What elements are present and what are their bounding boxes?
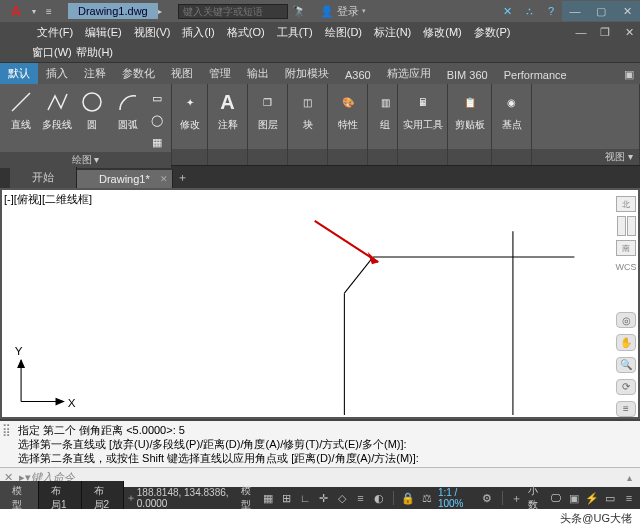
drawing-canvas[interactable]: [-][俯视][二维线框] X Y 北	[0, 188, 640, 419]
panel-util-label[interactable]	[398, 149, 447, 165]
menu-window[interactable]: 窗口(W)	[32, 45, 72, 60]
exchange-icon[interactable]: ✕	[496, 1, 518, 21]
monitor-icon[interactable]: 🖵	[548, 489, 562, 507]
viewcube-east[interactable]	[627, 216, 636, 236]
cleanscreen-icon[interactable]: ▭	[603, 489, 617, 507]
panel-block-label[interactable]	[288, 149, 327, 165]
tool-line[interactable]: 直线	[4, 88, 38, 132]
panel-base-label[interactable]	[492, 149, 531, 165]
doctab-drawing1[interactable]: Drawing1*✕	[77, 170, 173, 188]
panel-draw-label[interactable]: 绘图 ▾	[0, 152, 171, 168]
app-logo-icon[interactable]: A	[4, 1, 28, 21]
rtab-param[interactable]: 参数化	[114, 63, 163, 84]
ortho-icon[interactable]: ∟	[298, 489, 312, 507]
rtab-view[interactable]: 视图	[163, 63, 201, 84]
rtab-annot[interactable]: 注释	[76, 63, 114, 84]
tool-layer[interactable]: ❐图层	[252, 88, 283, 132]
help-icon[interactable]: ?	[540, 1, 562, 21]
rect-icon[interactable]: ▭	[147, 88, 167, 108]
rtab-featured[interactable]: 精选应用	[379, 63, 439, 84]
qat-dropdown-icon[interactable]: ▾	[32, 7, 46, 16]
navbar-showmore-icon[interactable]: ≡	[616, 401, 636, 417]
layout-add-button[interactable]: ＋	[124, 491, 136, 505]
transparency-icon[interactable]: ◐	[372, 489, 386, 507]
rtab-perf[interactable]: Performance	[496, 66, 575, 84]
rtab-bim360[interactable]: BIM 360	[439, 66, 496, 84]
viewcube-west[interactable]	[617, 216, 626, 236]
snap-icon[interactable]: ⊞	[280, 489, 294, 507]
cmd-scroll-up-icon[interactable]: ▴	[623, 472, 636, 483]
minimize-icon[interactable]: —	[562, 1, 588, 21]
close-icon[interactable]: ✕	[614, 1, 640, 21]
plus-icon[interactable]: ＋	[509, 489, 523, 507]
search-input[interactable]	[178, 4, 288, 19]
doctab-add-button[interactable]: ＋	[173, 167, 193, 188]
tool-circle[interactable]: 圆	[76, 88, 110, 132]
doc-restore-icon[interactable]: ❐	[594, 22, 616, 42]
doc-close-icon[interactable]: ✕	[618, 22, 640, 42]
rtab-addon[interactable]: 附加模块	[277, 63, 337, 84]
polar-icon[interactable]: ✛	[316, 489, 330, 507]
qat-list-icon[interactable]: ≡	[46, 6, 60, 17]
menu-view[interactable]: 视图(V)	[129, 23, 176, 42]
tool-arc[interactable]: 圆弧	[111, 88, 145, 132]
menu-help[interactable]: 帮助(H)	[76, 45, 113, 60]
menu-param[interactable]: 参数(P)	[469, 23, 516, 42]
status-scale[interactable]: 1:1 / 100%	[438, 487, 476, 509]
navbar-zoom-icon[interactable]: 🔍	[616, 357, 636, 373]
status-units[interactable]: 小数	[528, 484, 544, 512]
status-model-label[interactable]: 模型	[241, 484, 257, 512]
gear-icon[interactable]: ⚙	[480, 489, 494, 507]
tool-prop[interactable]: 🎨特性	[332, 88, 363, 132]
annoscale-icon[interactable]: ⚖	[419, 489, 433, 507]
menu-file[interactable]: 文件(F)	[32, 23, 78, 42]
lweight-icon[interactable]: ≡	[353, 489, 367, 507]
tool-clip[interactable]: 📋剪贴板	[452, 88, 487, 132]
lock-icon[interactable]: 🔒	[401, 489, 415, 507]
panel-clip-label[interactable]	[448, 149, 491, 165]
cmd-handle-icon[interactable]: ⣿	[2, 423, 11, 437]
tool-group[interactable]: ▥组	[372, 88, 398, 132]
appstore-icon[interactable]: ⛬	[518, 1, 540, 21]
viewcube-south[interactable]: 南	[616, 240, 636, 256]
menu-dim[interactable]: 标注(N)	[369, 23, 416, 42]
rtab-manage[interactable]: 管理	[201, 63, 239, 84]
menu-format[interactable]: 格式(O)	[222, 23, 270, 42]
isolate-icon[interactable]: ▣	[566, 489, 580, 507]
grid-icon[interactable]: ▦	[261, 489, 275, 507]
tool-block[interactable]: ◫块	[292, 88, 323, 132]
tool-base[interactable]: ◉基点	[496, 88, 527, 132]
hardware-icon[interactable]: ⚡	[585, 489, 599, 507]
tool-modify[interactable]: ✦修改	[176, 88, 204, 132]
menu-modify[interactable]: 修改(M)	[418, 23, 467, 42]
panel-modify-label[interactable]	[172, 149, 207, 165]
menu-edit[interactable]: 编辑(E)	[80, 23, 127, 42]
menu-draw[interactable]: 绘图(D)	[320, 23, 367, 42]
rtab-insert[interactable]: 插入	[38, 63, 76, 84]
tool-polyline[interactable]: 多段线	[40, 88, 74, 132]
login-button[interactable]: 👤 登录 ▾	[320, 4, 366, 19]
panel-prop-label[interactable]	[328, 149, 367, 165]
doc-min-icon[interactable]: —	[570, 22, 592, 42]
panel-view-label[interactable]: 视图 ▾	[532, 149, 639, 165]
customize-icon[interactable]: ≡	[622, 489, 636, 507]
navbar-wheel-icon[interactable]: ◎	[616, 312, 636, 328]
doc-dropdown-icon[interactable]: ▸	[158, 7, 172, 16]
ribbon-expand-icon[interactable]: ▣	[618, 64, 640, 84]
tool-annot[interactable]: A注释	[212, 88, 243, 132]
menu-insert[interactable]: 插入(I)	[177, 23, 219, 42]
panel-annot-label[interactable]	[208, 149, 247, 165]
viewcube-north[interactable]: 北	[616, 196, 636, 212]
panel-group-label[interactable]	[368, 149, 397, 165]
navbar-pan-icon[interactable]: ✋	[616, 334, 636, 350]
doctab-close-icon[interactable]: ✕	[160, 174, 168, 184]
doctab-start[interactable]: 开始	[10, 167, 77, 188]
panel-layer-label[interactable]	[248, 149, 287, 165]
maximize-icon[interactable]: ▢	[588, 1, 614, 21]
binoculars-icon[interactable]: 🔭	[288, 1, 310, 21]
hatch-icon[interactable]: ▦	[147, 132, 167, 152]
navbar-orbit-icon[interactable]: ⟳	[616, 379, 636, 395]
rtab-output[interactable]: 输出	[239, 63, 277, 84]
osnap-icon[interactable]: ◇	[335, 489, 349, 507]
wcs-label[interactable]: WCS	[616, 262, 637, 272]
